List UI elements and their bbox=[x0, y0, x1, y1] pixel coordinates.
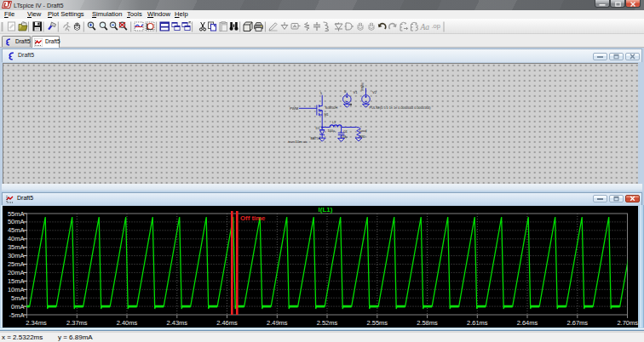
svg-text:PULSE(0 5 0 1n 1n 0.0000044 0.: PULSE(0 5 0 1n 1n 0.0000044 0.0000164) bbox=[370, 106, 432, 110]
svg-text:55mA: 55mA bbox=[8, 210, 25, 218]
svg-text:2.64ms: 2.64ms bbox=[517, 319, 538, 327]
svg-text:25mA: 25mA bbox=[8, 260, 25, 268]
svg-text:0mA: 0mA bbox=[11, 303, 24, 311]
svg-text:Load: Load bbox=[359, 129, 366, 133]
svg-text:L1: L1 bbox=[332, 121, 336, 124]
svg-text:40mA: 40mA bbox=[8, 235, 25, 242]
svg-text:50mA: 50mA bbox=[8, 218, 25, 225]
svg-text:2.34ms: 2.34ms bbox=[26, 319, 47, 327]
svg-text:2.55ms: 2.55ms bbox=[366, 319, 388, 327]
svg-text:.tran 10m uic: .tran 10m uic bbox=[287, 140, 308, 144]
svg-text:35mA: 35mA bbox=[8, 243, 25, 251]
svg-text:BAT54: BAT54 bbox=[311, 137, 320, 140]
svg-text:5mA: 5mA bbox=[11, 294, 24, 302]
svg-text:330: 330 bbox=[359, 135, 365, 139]
svg-text:2.58ms: 2.58ms bbox=[417, 319, 438, 327]
svg-text:30mA: 30mA bbox=[8, 252, 25, 259]
svg-text:Aa: Aa bbox=[420, 23, 430, 31]
svg-text:2.43ms: 2.43ms bbox=[166, 319, 187, 327]
svg-text:Off time: Off time bbox=[240, 214, 266, 222]
svg-text:PWM: PWM bbox=[290, 106, 299, 111]
svg-text:V2: V2 bbox=[372, 90, 377, 94]
svg-text:2.49ms: 2.49ms bbox=[267, 319, 288, 327]
svg-text:V1: V1 bbox=[354, 90, 359, 94]
svg-text:2.40ms: 2.40ms bbox=[117, 319, 138, 327]
svg-text:M1: M1 bbox=[324, 113, 328, 117]
svg-text:10mA: 10mA bbox=[8, 286, 25, 294]
svg-text:2.67ms: 2.67ms bbox=[566, 319, 588, 327]
svg-text:5: 5 bbox=[320, 91, 323, 95]
svg-text:C1: C1 bbox=[343, 130, 348, 134]
svg-text:20mA: 20mA bbox=[8, 269, 25, 276]
svg-text:33µ: 33µ bbox=[342, 135, 348, 139]
svg-text:100µ: 100µ bbox=[328, 129, 336, 133]
svg-text:2.70ms: 2.70ms bbox=[617, 319, 638, 327]
svg-text:Si3850H: Si3850H bbox=[325, 106, 338, 110]
svg-text:I(L1): I(L1) bbox=[319, 206, 333, 214]
svg-text:2.46ms: 2.46ms bbox=[216, 319, 238, 327]
svg-text:5: 5 bbox=[344, 89, 347, 94]
svg-text:D1: D1 bbox=[316, 127, 320, 130]
svg-text:.op: .op bbox=[432, 22, 440, 30]
svg-text:15mA: 15mA bbox=[8, 277, 25, 285]
svg-text:45mA: 45mA bbox=[8, 226, 25, 234]
svg-text:-5mA: -5mA bbox=[9, 311, 25, 319]
svg-text:2.37ms: 2.37ms bbox=[66, 319, 88, 327]
svg-text:2.61ms: 2.61ms bbox=[467, 319, 488, 327]
svg-text:PWM: PWM bbox=[361, 83, 365, 90]
svg-text:2.52ms: 2.52ms bbox=[317, 319, 338, 327]
